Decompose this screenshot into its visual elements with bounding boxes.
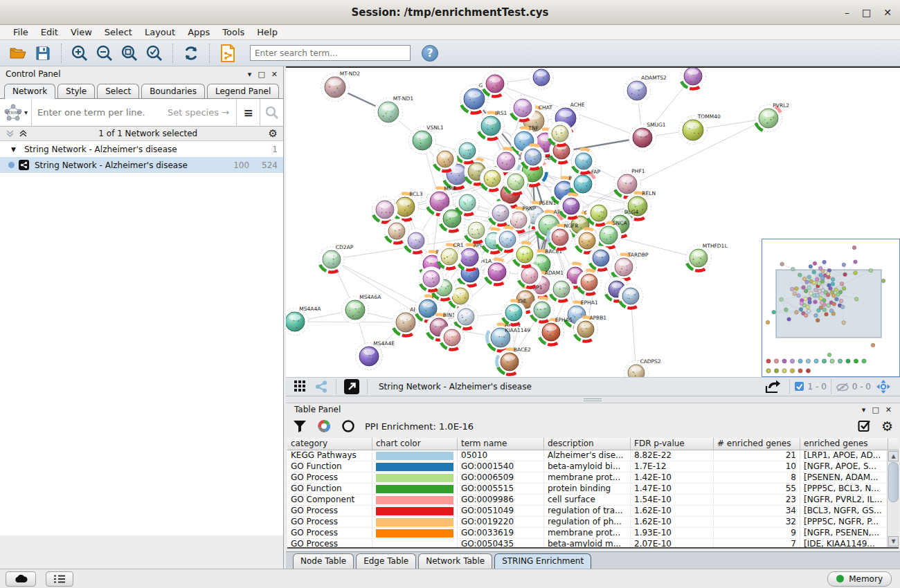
network-row[interactable]: String Network - Alzheimer's disease 100… xyxy=(0,157,283,173)
save-session-button[interactable] xyxy=(32,43,54,64)
tab-node-table[interactable]: Node Table xyxy=(293,553,354,569)
zoom-in-icon[interactable] xyxy=(69,43,91,64)
string-db-caret-icon[interactable]: ▾ xyxy=(24,109,28,116)
scroll-up-icon[interactable]: ▲ xyxy=(888,451,899,461)
network-node[interactable] xyxy=(521,145,546,169)
string-style-icon[interactable] xyxy=(312,376,330,397)
column-header-fdr-p-value[interactable]: FDR p-value xyxy=(631,438,714,450)
network-node[interactable] xyxy=(454,305,478,329)
open-session-button[interactable] xyxy=(7,43,29,64)
table-vertical-scrollbar[interactable]: ▲ ▼ xyxy=(887,450,899,547)
memory-button[interactable]: Memory xyxy=(827,571,892,587)
network-node-tardbp[interactable]: TARDBP xyxy=(611,252,649,280)
network-node[interactable] xyxy=(483,71,508,97)
table-settings-gear-icon[interactable]: ⚙ xyxy=(881,419,893,434)
string-query-input[interactable] xyxy=(32,107,168,118)
network-node-ide[interactable]: IDE xyxy=(502,298,527,325)
network-collection-row[interactable]: ▼ String Network - Alzheimer's disease 1 xyxy=(0,141,283,157)
network-node-pvrl2[interactable]: PVRL2 xyxy=(755,102,790,132)
string-search-icon[interactable] xyxy=(260,99,283,126)
maximize-button[interactable]: □ xyxy=(862,7,871,18)
tab-legend-panel[interactable]: Legend Panel xyxy=(207,84,279,98)
panel-splitter[interactable] xyxy=(286,396,900,403)
menu-edit[interactable]: Edit xyxy=(35,27,64,37)
set-species-label[interactable]: Set species → xyxy=(168,107,236,118)
string-logo-icon[interactable]: STRING ▾ xyxy=(0,99,32,126)
network-node-cadps2[interactable]: CADPS2 xyxy=(624,358,661,377)
menu-file[interactable]: File xyxy=(7,27,35,37)
export-network-icon[interactable] xyxy=(762,376,784,397)
tab-select[interactable]: Select xyxy=(97,84,139,98)
tab-style[interactable]: Style xyxy=(57,84,95,98)
network-node[interactable] xyxy=(489,201,513,226)
network-node[interactable] xyxy=(456,191,480,215)
menu-layout[interactable]: Layout xyxy=(138,27,181,37)
network-node[interactable] xyxy=(372,197,398,223)
column-header-description[interactable]: description xyxy=(544,438,631,450)
table-row[interactable]: GO ProcessGO:0051049regulation of tra...… xyxy=(287,506,899,517)
network-node[interactable] xyxy=(420,267,444,291)
scroll-down-icon[interactable]: ▼ xyxy=(888,536,899,546)
menu-tools[interactable]: Tools xyxy=(216,27,251,37)
column-header-term-name[interactable]: term name xyxy=(458,438,544,450)
network-node[interactable] xyxy=(513,243,537,267)
tab-boundaries[interactable]: Boundaries xyxy=(141,84,205,98)
table-row[interactable]: GO ProcessGO:0050435beta-amyloid m...2.0… xyxy=(287,539,899,549)
table-row[interactable]: GO ComponentGO:0009986cell surface1.54E-… xyxy=(287,495,899,506)
task-history-button[interactable] xyxy=(46,571,73,587)
tab-edge-table[interactable]: Edge Table xyxy=(356,553,416,569)
import-network-icon[interactable] xyxy=(217,43,239,64)
table-panel-undock-icon[interactable]: □ xyxy=(872,405,879,414)
network-node-smug1[interactable]: SMUG1 xyxy=(629,122,666,151)
network-node[interactable] xyxy=(385,219,409,244)
rings-toggle-icon[interactable] xyxy=(341,419,355,433)
column-header-category[interactable]: category xyxy=(287,438,372,450)
close-button[interactable]: ✕ xyxy=(883,7,892,18)
network-options-gear-icon[interactable]: ⚙ xyxy=(269,127,278,140)
network-canvas[interactable]: MT-ND2MT-ND1VSNL1GAB2IRS1CHATACHEBCHETNF… xyxy=(286,66,900,377)
table-row[interactable]: GO FunctionGO:0005515protein binding1.47… xyxy=(287,484,899,495)
network-node[interactable] xyxy=(589,246,613,270)
menu-apps[interactable]: Apps xyxy=(181,27,216,37)
collapse-all-icon[interactable] xyxy=(6,129,15,138)
help-icon[interactable]: ? xyxy=(422,45,438,62)
network-node-ms4a4a[interactable]: MS4A4A xyxy=(286,306,321,336)
panel-float-icon[interactable]: ▾ xyxy=(248,70,252,79)
network-node[interactable] xyxy=(530,298,555,322)
expand-all-icon[interactable] xyxy=(19,129,28,138)
network-node-tomm40[interactable]: TOMM40 xyxy=(679,113,721,145)
network-node-adamts2[interactable]: ADAMTS2 xyxy=(624,75,667,104)
network-node-ms4a6a[interactable]: MS4A6A xyxy=(342,294,382,324)
table-row[interactable]: GO FunctionGO:0001540beta-amyloid bi...1… xyxy=(287,461,899,472)
zoom-out-icon[interactable] xyxy=(93,43,116,64)
zoom-selected-icon[interactable] xyxy=(143,43,165,64)
table-panel-close-icon[interactable]: ✕ xyxy=(885,405,892,414)
menu-help[interactable]: Help xyxy=(251,27,284,37)
search-input[interactable] xyxy=(250,45,411,61)
string-options-icon[interactable]: ≡ xyxy=(236,99,260,126)
column-header-enriched-genes[interactable]: enriched genes xyxy=(800,438,888,450)
network-node[interactable] xyxy=(681,68,706,89)
network-node[interactable] xyxy=(572,149,596,174)
network-node[interactable] xyxy=(548,122,573,146)
minimize-button[interactable]: – xyxy=(845,7,849,18)
refresh-icon[interactable] xyxy=(180,43,202,64)
table-row[interactable]: GO ProcessGO:0033619membrane prot...1.93… xyxy=(287,528,899,539)
fit-content-icon[interactable] xyxy=(872,376,894,397)
collection-expand-icon[interactable]: ▼ xyxy=(11,146,16,153)
network-node[interactable] xyxy=(465,219,489,243)
open-in-browser-icon[interactable] xyxy=(342,376,361,397)
network-node-ms4a4e[interactable]: MS4A4E xyxy=(356,340,395,370)
network-node-mt-nd1[interactable]: MT-ND1 xyxy=(375,95,414,127)
network-node[interactable] xyxy=(456,139,480,163)
network-node[interactable] xyxy=(530,68,554,90)
table-row[interactable]: GO ProcessGO:0006509membrane prot...1.42… xyxy=(287,472,899,484)
network-node[interactable] xyxy=(619,284,643,309)
tab-network[interactable]: Network xyxy=(4,84,55,99)
network-node-mthfd1l[interactable]: MTHFD1L xyxy=(686,243,728,271)
network-node[interactable] xyxy=(440,326,465,350)
column-header-chart-color[interactable]: chart color xyxy=(372,438,458,450)
network-node[interactable] xyxy=(587,201,611,226)
network-node[interactable] xyxy=(510,95,536,121)
table-row[interactable]: GO ProcessGO:0019220regulation of ph...1… xyxy=(287,517,899,528)
